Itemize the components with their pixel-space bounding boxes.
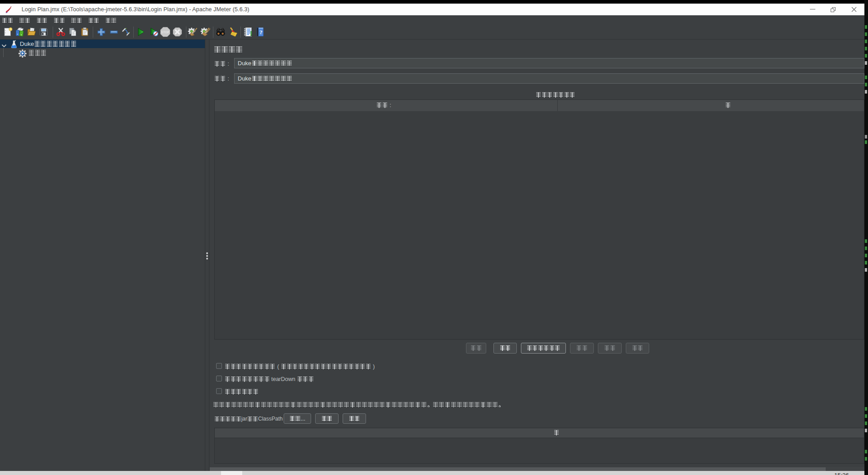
svg-text:STOP: STOP	[161, 31, 170, 34]
svg-text:?: ?	[259, 29, 262, 36]
